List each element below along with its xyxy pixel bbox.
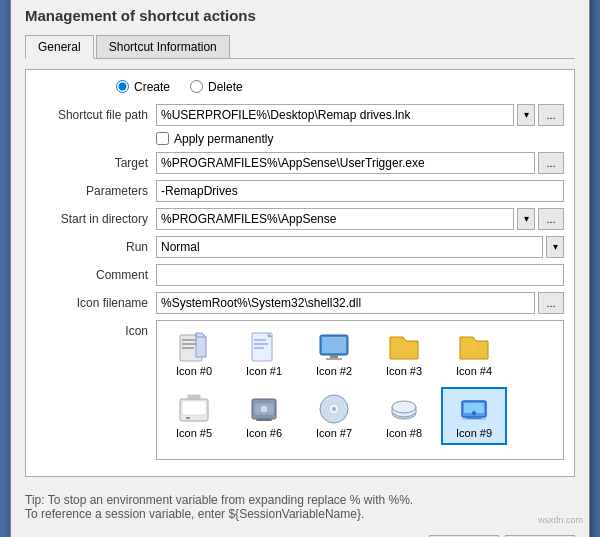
comment-row: Comment <box>36 264 564 286</box>
icon-label-9: Icon #9 <box>456 427 492 439</box>
icon-image-5 <box>178 393 210 425</box>
svg-rect-13 <box>322 337 346 353</box>
icon-image-9 <box>458 393 490 425</box>
svg-rect-18 <box>186 417 190 419</box>
target-browse-btn[interactable]: ... <box>538 152 564 174</box>
icon-image-6 <box>248 393 280 425</box>
icon-item-4[interactable]: Icon #4 <box>441 325 507 383</box>
icon-image-8 <box>388 393 420 425</box>
action-radio-group: Create Delete <box>36 80 564 94</box>
shortcut-file-path-browse-btn[interactable]: ... <box>538 104 564 126</box>
comment-input[interactable] <box>156 264 564 286</box>
shortcut-file-path-row: Shortcut file path ▾ ... <box>36 104 564 126</box>
main-panel: Create Delete Shortcut file path ▾ ... <box>25 69 575 477</box>
icon-label-4: Icon #4 <box>456 365 492 377</box>
icon-image-0 <box>178 331 210 363</box>
svg-rect-17 <box>182 401 206 415</box>
tip-line1: Tip: To stop an environment variable fro… <box>25 493 575 507</box>
icon-image-1 <box>248 331 280 363</box>
start-in-directory-dropdown-btn[interactable]: ▾ <box>517 208 535 230</box>
start-in-directory-label: Start in directory <box>36 212 156 226</box>
main-window: Shortcut Management ─ □ ✕ Management of … <box>10 0 590 537</box>
watermark: wsxdn.com <box>538 515 583 525</box>
shortcut-file-path-field: ▾ ... <box>156 104 564 126</box>
svg-rect-15 <box>326 358 342 360</box>
radio-create-label: Create <box>134 80 170 94</box>
icon-row: Icon Icon #0Icon #1Icon #2Icon #3Icon #4… <box>36 320 564 460</box>
svg-rect-9 <box>254 339 266 341</box>
start-in-directory-field: ▾ ... <box>156 208 564 230</box>
svg-rect-10 <box>254 343 268 345</box>
icon-item-5[interactable]: Icon #5 <box>161 387 227 445</box>
icon-item-8[interactable]: Icon #8 <box>371 387 437 445</box>
target-input[interactable] <box>156 152 535 174</box>
bottom-bar: OK Cancel <box>11 529 589 538</box>
svg-point-22 <box>260 405 268 413</box>
run-input[interactable] <box>156 236 543 258</box>
icon-image-3 <box>388 331 420 363</box>
parameters-row: Parameters <box>36 180 564 202</box>
icon-filename-input[interactable] <box>156 292 535 314</box>
parameters-label: Parameters <box>36 184 156 198</box>
radio-delete[interactable] <box>190 80 203 93</box>
start-in-directory-input[interactable] <box>156 208 514 230</box>
page-title: Management of shortcut actions <box>25 7 575 24</box>
shortcut-file-path-dropdown-btn[interactable]: ▾ <box>517 104 535 126</box>
icon-label-0: Icon #0 <box>176 365 212 377</box>
icon-label-6: Icon #6 <box>246 427 282 439</box>
run-label: Run <box>36 240 156 254</box>
icon-item-7[interactable]: Icon #7 <box>301 387 367 445</box>
tab-shortcut-information[interactable]: Shortcut Information <box>96 35 230 59</box>
radio-delete-option[interactable]: Delete <box>190 80 243 94</box>
parameters-field <box>156 180 564 202</box>
shortcut-file-path-label: Shortcut file path <box>36 108 156 122</box>
icon-grid: Icon #0Icon #1Icon #2Icon #3Icon #4Icon … <box>161 325 559 445</box>
comment-field <box>156 264 564 286</box>
icon-label-2: Icon #2 <box>316 365 352 377</box>
tip-area: Tip: To stop an environment variable fro… <box>11 485 589 529</box>
svg-rect-11 <box>254 347 264 349</box>
icon-item-1[interactable]: Icon #1 <box>231 325 297 383</box>
run-dropdown-btn[interactable]: ▾ <box>546 236 564 258</box>
radio-create[interactable] <box>116 80 129 93</box>
target-field: ... <box>156 152 564 174</box>
shortcut-file-path-wrapper: ▾ <box>156 104 535 126</box>
icon-image-4 <box>458 331 490 363</box>
tab-bar: General Shortcut Information <box>25 34 575 59</box>
svg-rect-23 <box>256 419 272 421</box>
tab-general[interactable]: General <box>25 35 94 59</box>
icon-label-8: Icon #8 <box>386 427 422 439</box>
svg-rect-5 <box>182 339 196 341</box>
radio-create-option[interactable]: Create <box>116 80 170 94</box>
icon-label-7: Icon #7 <box>316 427 352 439</box>
parameters-input[interactable] <box>156 180 564 202</box>
target-label: Target <box>36 156 156 170</box>
apply-permanently-checkbox[interactable] <box>156 132 169 145</box>
icon-grid-container[interactable]: Icon #0Icon #1Icon #2Icon #3Icon #4Icon … <box>156 320 564 460</box>
run-row: Run ▾ <box>36 236 564 258</box>
icon-item-2[interactable]: Icon #2 <box>301 325 367 383</box>
icon-field: Icon #0Icon #1Icon #2Icon #3Icon #4Icon … <box>156 320 564 460</box>
start-in-directory-wrapper: ▾ <box>156 208 535 230</box>
apply-permanently-label: Apply permanently <box>174 132 273 146</box>
svg-rect-14 <box>330 355 338 358</box>
icon-filename-row: Icon filename ... <box>36 292 564 314</box>
start-in-directory-browse-btn[interactable]: ... <box>538 208 564 230</box>
apply-permanently-row: Apply permanently <box>36 132 564 146</box>
icon-filename-label: Icon filename <box>36 296 156 310</box>
icon-filename-browse-btn[interactable]: ... <box>538 292 564 314</box>
run-wrapper: ▾ <box>156 236 564 258</box>
icon-item-0[interactable]: Icon #0 <box>161 325 227 383</box>
icon-item-9[interactable]: Icon #9 <box>441 387 507 445</box>
target-row: Target ... <box>36 152 564 174</box>
shortcut-file-path-input[interactable] <box>156 104 514 126</box>
svg-point-31 <box>472 411 476 415</box>
run-field: ▾ <box>156 236 564 258</box>
tip-line2: To reference a session variable, enter $… <box>25 507 575 521</box>
icon-item-3[interactable]: Icon #3 <box>371 325 437 383</box>
radio-delete-label: Delete <box>208 80 243 94</box>
icon-item-6[interactable]: Icon #6 <box>231 387 297 445</box>
comment-label: Comment <box>36 268 156 282</box>
icon-filename-field: ... <box>156 292 564 314</box>
icon-label-1: Icon #1 <box>246 365 282 377</box>
